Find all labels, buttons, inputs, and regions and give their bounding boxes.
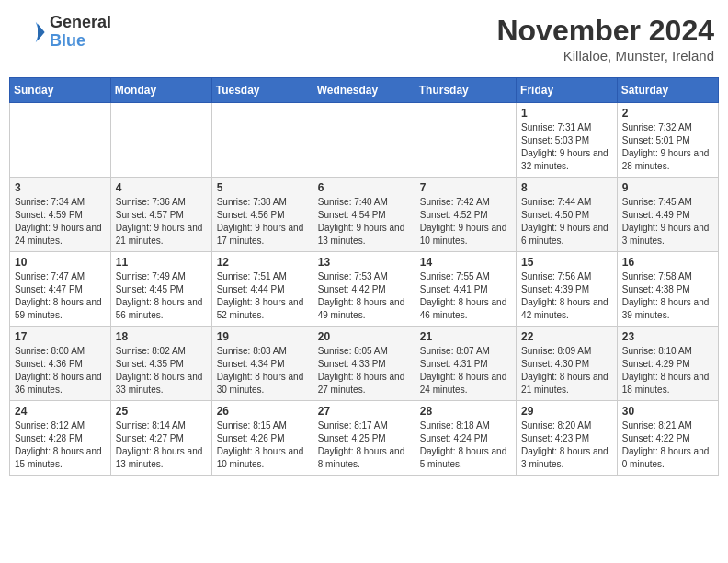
day-number: 25 (116, 405, 207, 418)
day-cell: 4Sunrise: 7:36 AMSunset: 4:57 PMDaylight… (110, 178, 211, 252)
week-row-4: 17Sunrise: 8:00 AMSunset: 4:36 PMDayligh… (10, 327, 719, 401)
day-info: Sunrise: 8:03 AMSunset: 4:34 PMDaylight:… (217, 345, 308, 396)
day-number: 9 (622, 181, 713, 194)
day-number: 27 (318, 405, 410, 418)
day-info: Sunrise: 7:44 AMSunset: 4:50 PMDaylight:… (521, 196, 612, 247)
day-cell: 15Sunrise: 7:56 AMSunset: 4:39 PMDayligh… (517, 252, 618, 327)
day-cell: 30Sunrise: 8:21 AMSunset: 4:22 PMDayligh… (617, 401, 718, 476)
day-cell: 1Sunrise: 7:31 AMSunset: 5:03 PMDaylight… (517, 103, 618, 178)
day-number: 6 (318, 181, 410, 194)
weekday-header-wednesday: Wednesday (313, 78, 415, 103)
weekday-header-tuesday: Tuesday (211, 78, 313, 103)
month-title: November 2024 (496, 14, 714, 48)
day-cell: 13Sunrise: 7:53 AMSunset: 4:42 PMDayligh… (313, 252, 415, 327)
day-number: 13 (318, 256, 410, 269)
day-info: Sunrise: 7:55 AMSunset: 4:41 PMDaylight:… (420, 270, 511, 322)
day-info: Sunrise: 7:31 AMSunset: 5:03 PMDaylight:… (521, 121, 612, 173)
day-number: 24 (15, 405, 106, 418)
day-cell: 2Sunrise: 7:32 AMSunset: 5:01 PMDaylight… (617, 103, 718, 178)
day-cell (110, 103, 211, 178)
day-cell (10, 103, 111, 178)
day-number: 14 (420, 256, 511, 269)
weekday-header-row: SundayMondayTuesdayWednesdayThursdayFrid… (10, 78, 719, 103)
day-info: Sunrise: 7:36 AMSunset: 4:57 PMDaylight:… (116, 196, 207, 247)
day-number: 3 (15, 181, 106, 194)
day-cell: 5Sunrise: 7:38 AMSunset: 4:56 PMDaylight… (211, 178, 313, 252)
week-row-2: 3Sunrise: 7:34 AMSunset: 4:59 PMDaylight… (10, 178, 719, 252)
day-number: 20 (318, 330, 410, 343)
day-number: 19 (217, 330, 308, 343)
day-number: 21 (420, 330, 511, 343)
day-cell: 19Sunrise: 8:03 AMSunset: 4:34 PMDayligh… (211, 327, 313, 401)
day-cell: 23Sunrise: 8:10 AMSunset: 4:29 PMDayligh… (617, 327, 718, 401)
day-info: Sunrise: 7:42 AMSunset: 4:52 PMDaylight:… (420, 196, 511, 247)
day-info: Sunrise: 7:56 AMSunset: 4:39 PMDaylight:… (521, 270, 612, 322)
day-info: Sunrise: 8:14 AMSunset: 4:27 PMDaylight:… (116, 419, 207, 471)
day-info: Sunrise: 7:40 AMSunset: 4:54 PMDaylight:… (318, 196, 410, 247)
day-number: 23 (622, 330, 713, 343)
day-info: Sunrise: 7:47 AMSunset: 4:47 PMDaylight:… (15, 270, 106, 322)
day-info: Sunrise: 8:10 AMSunset: 4:29 PMDaylight:… (622, 345, 713, 396)
day-cell: 3Sunrise: 7:34 AMSunset: 4:59 PMDaylight… (10, 178, 111, 252)
day-info: Sunrise: 7:58 AMSunset: 4:38 PMDaylight:… (622, 270, 713, 322)
weekday-header-saturday: Saturday (617, 78, 718, 103)
day-number: 17 (15, 330, 106, 343)
logo-blue: Blue (50, 32, 111, 51)
day-info: Sunrise: 7:45 AMSunset: 4:49 PMDaylight:… (622, 196, 713, 247)
day-cell: 18Sunrise: 8:02 AMSunset: 4:35 PMDayligh… (110, 327, 211, 401)
header: General Blue November 2024 Killaloe, Mun… (9, 9, 719, 68)
day-cell: 21Sunrise: 8:07 AMSunset: 4:31 PMDayligh… (415, 327, 516, 401)
svg-marker-1 (38, 24, 45, 40)
day-cell: 16Sunrise: 7:58 AMSunset: 4:38 PMDayligh… (617, 252, 718, 327)
day-info: Sunrise: 8:20 AMSunset: 4:23 PMDaylight:… (521, 419, 612, 471)
day-cell: 28Sunrise: 8:18 AMSunset: 4:24 PMDayligh… (415, 401, 516, 476)
week-row-1: 1Sunrise: 7:31 AMSunset: 5:03 PMDaylight… (10, 103, 719, 178)
day-cell (313, 103, 415, 178)
day-cell: 26Sunrise: 8:15 AMSunset: 4:26 PMDayligh… (211, 401, 313, 476)
day-number: 8 (521, 181, 612, 194)
logo-icon (18, 18, 46, 46)
day-number: 16 (622, 256, 713, 269)
weekday-header-monday: Monday (110, 78, 211, 103)
day-cell: 6Sunrise: 7:40 AMSunset: 4:54 PMDaylight… (313, 178, 415, 252)
day-number: 7 (420, 181, 511, 194)
day-number: 10 (15, 256, 106, 269)
day-info: Sunrise: 7:53 AMSunset: 4:42 PMDaylight:… (318, 270, 410, 322)
week-row-3: 10Sunrise: 7:47 AMSunset: 4:47 PMDayligh… (10, 252, 719, 327)
day-cell: 12Sunrise: 7:51 AMSunset: 4:44 PMDayligh… (211, 252, 313, 327)
calendar: SundayMondayTuesdayWednesdayThursdayFrid… (9, 77, 719, 476)
weekday-header-friday: Friday (517, 78, 618, 103)
day-number: 1 (521, 107, 612, 120)
day-cell (211, 103, 313, 178)
day-info: Sunrise: 8:00 AMSunset: 4:36 PMDaylight:… (15, 345, 106, 396)
day-info: Sunrise: 8:15 AMSunset: 4:26 PMDaylight:… (217, 419, 308, 471)
day-info: Sunrise: 8:18 AMSunset: 4:24 PMDaylight:… (420, 419, 511, 471)
day-number: 28 (420, 405, 511, 418)
day-number: 29 (521, 405, 612, 418)
day-info: Sunrise: 8:02 AMSunset: 4:35 PMDaylight:… (116, 345, 207, 396)
day-number: 11 (116, 256, 207, 269)
day-cell: 20Sunrise: 8:05 AMSunset: 4:33 PMDayligh… (313, 327, 415, 401)
day-cell: 27Sunrise: 8:17 AMSunset: 4:25 PMDayligh… (313, 401, 415, 476)
day-number: 26 (217, 405, 308, 418)
day-number: 15 (521, 256, 612, 269)
day-info: Sunrise: 7:51 AMSunset: 4:44 PMDaylight:… (217, 270, 308, 322)
day-info: Sunrise: 7:49 AMSunset: 4:45 PMDaylight:… (116, 270, 207, 322)
day-cell: 7Sunrise: 7:42 AMSunset: 4:52 PMDaylight… (415, 178, 516, 252)
title-area: November 2024 Killaloe, Munster, Ireland (496, 14, 714, 63)
day-cell: 9Sunrise: 7:45 AMSunset: 4:49 PMDaylight… (617, 178, 718, 252)
day-cell: 25Sunrise: 8:14 AMSunset: 4:27 PMDayligh… (110, 401, 211, 476)
logo-general: General (50, 14, 111, 32)
day-cell: 11Sunrise: 7:49 AMSunset: 4:45 PMDayligh… (110, 252, 211, 327)
location: Killaloe, Munster, Ireland (496, 48, 714, 63)
day-number: 30 (622, 405, 713, 418)
day-cell: 17Sunrise: 8:00 AMSunset: 4:36 PMDayligh… (10, 327, 111, 401)
day-cell: 14Sunrise: 7:55 AMSunset: 4:41 PMDayligh… (415, 252, 516, 327)
day-info: Sunrise: 7:34 AMSunset: 4:59 PMDaylight:… (15, 196, 106, 247)
day-cell: 8Sunrise: 7:44 AMSunset: 4:50 PMDaylight… (517, 178, 618, 252)
day-info: Sunrise: 8:07 AMSunset: 4:31 PMDaylight:… (420, 345, 511, 396)
day-number: 22 (521, 330, 612, 343)
day-info: Sunrise: 7:32 AMSunset: 5:01 PMDaylight:… (622, 121, 713, 173)
day-cell (415, 103, 516, 178)
day-cell: 29Sunrise: 8:20 AMSunset: 4:23 PMDayligh… (517, 401, 618, 476)
